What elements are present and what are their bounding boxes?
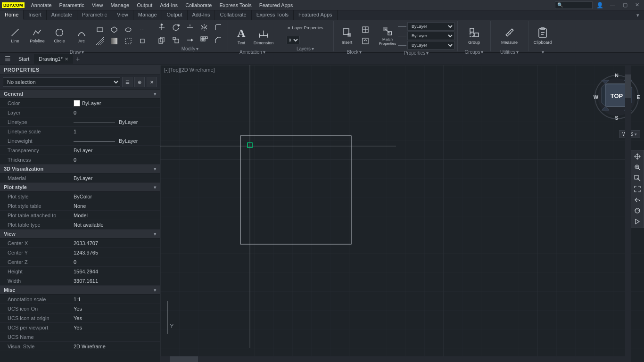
boundary-btn[interactable] [122, 36, 135, 46]
group-btn[interactable]: Group [464, 22, 485, 49]
tab-parametric[interactable]: Parametric [77, 10, 112, 20]
ribbon-collapse-btn[interactable]: ▾ [634, 12, 642, 18]
plotstyle-arrow-icon: ▾ [154, 185, 156, 190]
block-group-label[interactable]: Block ▾ [347, 49, 362, 55]
tab-insert[interactable]: Insert [24, 10, 47, 20]
search-bar[interactable]: 🔍 [555, 1, 593, 9]
canvas-area[interactable]: [-][Top][2D Wireframe] Y [160, 65, 644, 362]
tab-annotate[interactable]: Annotate [47, 10, 77, 20]
circle-btn[interactable]: Circle [49, 22, 70, 49]
menu-addins[interactable]: Add-Ins [156, 1, 182, 9]
clipboard-btn[interactable]: Clipboard [532, 22, 553, 49]
gradient-btn[interactable] [107, 36, 121, 46]
tab-featured[interactable]: Featured Apps [294, 10, 338, 20]
section-general[interactable]: General ▾ [0, 90, 160, 99]
polygon-btn[interactable] [107, 25, 121, 35]
utilities-group-label[interactable]: Utilities ▾ [500, 49, 519, 55]
tab-manage[interactable]: Manage [133, 10, 162, 20]
tab-express[interactable]: Express Tools [252, 10, 294, 20]
tab-add-btn[interactable]: + [73, 54, 83, 64]
pan-realtime-btn[interactable] [632, 151, 643, 162]
right-toolbar [631, 150, 644, 228]
prop-icon-btn-1[interactable]: ☰ [122, 77, 132, 87]
fillet-btn[interactable] [212, 22, 225, 33]
chamfer-btn[interactable] [212, 35, 225, 45]
svg-rect-51 [506, 29, 513, 36]
menu-collaborate[interactable]: Collaborate [182, 1, 215, 9]
hatch-btn[interactable] [93, 36, 107, 46]
bylayer-linetype-select[interactable]: ByLayer [407, 32, 454, 40]
rotate-btn[interactable] [169, 22, 182, 33]
zoom-realtime-btn[interactable] [632, 162, 643, 173]
tab-output[interactable]: Output [162, 10, 188, 20]
scale-btn[interactable] [169, 35, 182, 45]
zoom-extents-btn[interactable] [632, 184, 643, 194]
selection-dropdown[interactable]: No selection [3, 77, 120, 87]
block-editor-btn[interactable] [359, 36, 372, 46]
menu-annotate[interactable]: Annotate [27, 1, 56, 9]
extend-btn[interactable] [183, 35, 197, 45]
copy-btn[interactable] [155, 35, 168, 45]
polyline-btn[interactable]: Polyline [27, 22, 48, 49]
menu-output[interactable]: Output [133, 1, 156, 9]
arc-btn[interactable]: Arc [71, 22, 92, 49]
tab-start[interactable]: Start [14, 54, 34, 64]
bottom-scrollbar[interactable] [160, 356, 625, 362]
match-properties-btn[interactable]: Match Properties [378, 25, 397, 46]
tab-close-icon[interactable]: ✕ [65, 57, 68, 62]
right-scrollbar-thumb[interactable] [625, 74, 631, 98]
menu-view[interactable]: View [88, 1, 107, 9]
hamburger-menu[interactable]: ☰ [2, 54, 14, 64]
insert-btn[interactable]: Insert [337, 22, 357, 49]
mirror-btn[interactable] [198, 22, 211, 33]
props-group-label[interactable]: Properties ▾ [404, 50, 429, 56]
layer-list-btn[interactable]: 0 [287, 35, 300, 45]
section-misc[interactable]: Misc ▾ [0, 286, 160, 295]
zoom-window-btn[interactable] [632, 173, 643, 183]
tab-view[interactable]: View [112, 10, 133, 20]
section-view[interactable]: View ▾ [0, 230, 160, 239]
orbit-btn[interactable] [632, 206, 643, 216]
create-block-btn[interactable] [359, 25, 372, 35]
text-btn[interactable]: A Text [231, 22, 252, 49]
menu-parametric[interactable]: Parametric [56, 1, 88, 9]
rectangle-btn[interactable] [93, 25, 107, 35]
dimension-btn[interactable]: Dimension [253, 22, 274, 49]
tab-collaborate[interactable]: Collaborate [215, 10, 251, 20]
section-plot-style[interactable]: Plot style ▾ [0, 183, 160, 192]
draw-more-btn[interactable]: ⋯ [136, 25, 149, 35]
nav-cube-svg[interactable]: N S E W TOP [593, 69, 640, 125]
layer-properties-btn[interactable]: Layer Properties [287, 22, 324, 33]
bottom-scrollbar-thumb[interactable] [170, 356, 198, 362]
array-btn[interactable] [198, 35, 211, 45]
zoom-previous-btn[interactable] [632, 195, 643, 205]
menu-featured[interactable]: Featured Apps [256, 1, 297, 9]
region-btn[interactable] [136, 36, 149, 46]
tab-home[interactable]: Home [0, 10, 24, 20]
menu-express[interactable]: Express Tools [215, 1, 255, 9]
trim-btn[interactable] [183, 22, 197, 33]
bylayer-lineweight-select[interactable]: ByLayer [407, 41, 454, 49]
maximize-btn[interactable]: ▢ [620, 2, 630, 8]
close-btn[interactable]: ✕ [632, 2, 642, 8]
show-motion-btn[interactable] [632, 216, 643, 227]
section-3d-viz[interactable]: 3D Visualization ▾ [0, 165, 160, 173]
right-scrollbar[interactable] [625, 65, 631, 362]
menu-manage[interactable]: Manage [107, 1, 133, 9]
line-btn[interactable]: Line [5, 22, 25, 49]
prop-icon-btn-2[interactable]: ⊕ [134, 77, 145, 87]
tab-addins[interactable]: Add-Ins [188, 10, 215, 20]
ellipse-btn[interactable] [122, 25, 135, 35]
measure-btn[interactable]: Measure [499, 22, 520, 49]
layers-group-label[interactable]: Layers ▾ [297, 46, 314, 51]
modify-group-label[interactable]: Modify ▾ [182, 46, 198, 51]
layer-select[interactable]: 0 [287, 36, 300, 44]
prop-icon-btn-3[interactable]: ✕ [147, 77, 157, 87]
account-icon[interactable]: 👤 [594, 2, 605, 8]
move-btn[interactable] [155, 22, 168, 33]
minimize-btn[interactable]: — [607, 2, 618, 8]
groups-group-label[interactable]: Groups ▾ [465, 49, 484, 55]
tab-drawing1[interactable]: Drawing1* ✕ [34, 54, 73, 64]
bylayer-color-select[interactable]: ByLayer [407, 22, 454, 31]
annotation-group-label[interactable]: Annotation ▾ [239, 49, 265, 55]
